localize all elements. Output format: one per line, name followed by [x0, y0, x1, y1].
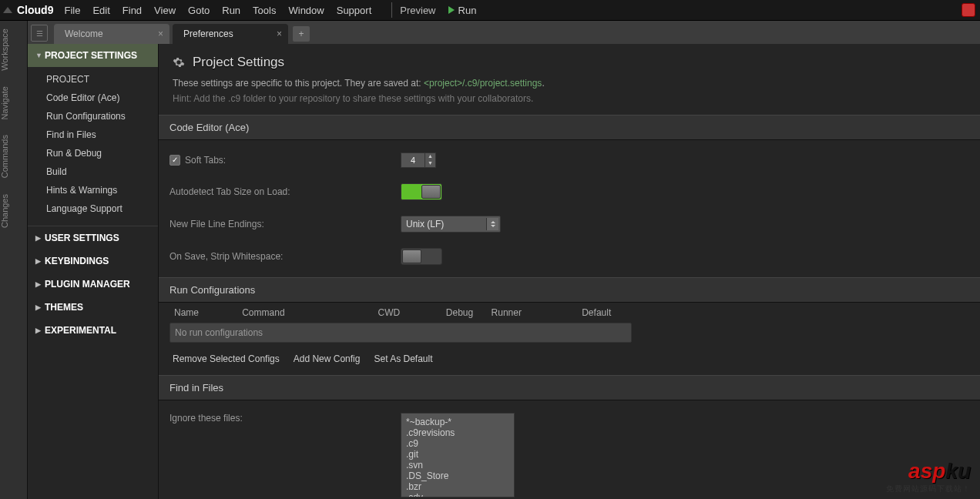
- tree-section-label: Themes: [45, 302, 83, 313]
- spin-buttons[interactable]: ▲▼: [425, 152, 436, 168]
- rc-col-default: Default: [582, 307, 627, 318]
- rc-col-debug: Debug: [446, 307, 492, 318]
- menu-find[interactable]: Find: [123, 5, 142, 16]
- soft-tabs-checkbox[interactable]: [169, 155, 180, 166]
- menu-tools[interactable]: Tools: [253, 5, 276, 16]
- autodetect-label: Autodetect Tab Size on Load:: [169, 186, 290, 197]
- run-label: Run: [458, 5, 477, 16]
- row-ignore-files: Ignore these files: *~backup-* .c9revisi…: [159, 405, 980, 499]
- row-autodetect: Autodetect Tab Size on Load:: [159, 176, 980, 208]
- preferences-area: ▼ Project Settings PROJECT Code Editor (…: [28, 44, 980, 499]
- menu-support[interactable]: Support: [337, 5, 372, 16]
- menu-edit[interactable]: Edit: [92, 5, 109, 16]
- leaf-hints[interactable]: Hints & Warnings: [28, 181, 158, 199]
- tree-section-label: User Settings: [45, 233, 119, 243]
- tree-project-settings-children: PROJECT Code Editor (Ace) Run Configurat…: [28, 67, 158, 226]
- page-title: Project Settings: [193, 55, 284, 70]
- caret-right-icon: ▶: [35, 234, 42, 242]
- leaf-code-editor[interactable]: Code Editor (Ace): [28, 89, 158, 107]
- dock-navigate[interactable]: Navigate: [0, 79, 28, 127]
- select-caret-icon: [486, 218, 498, 230]
- soft-tabs-label: Soft Tabs:: [185, 155, 226, 166]
- preferences-tree: ▼ Project Settings PROJECT Code Editor (…: [28, 44, 159, 499]
- rc-col-command: Command: [242, 307, 378, 318]
- dock-workspace[interactable]: Workspace: [0, 21, 28, 79]
- new-tab-button[interactable]: +: [293, 26, 310, 42]
- row-soft-tabs: Soft Tabs: ▲▼: [159, 145, 980, 176]
- autodetect-toggle[interactable]: [401, 183, 442, 200]
- code-editor-form: Soft Tabs: ▲▼ Autodetect Tab Size on Loa…: [159, 140, 980, 277]
- menubar-separator: [391, 2, 392, 18]
- leaf-project[interactable]: PROJECT: [28, 70, 158, 89]
- tree-user-settings[interactable]: ▶ User Settings: [28, 226, 158, 250]
- run-config-header: Name Command CWD Debug Runner Default: [169, 303, 632, 323]
- run-config-table: Name Command CWD Debug Runner Default No…: [169, 303, 632, 343]
- run-button[interactable]: Run: [448, 5, 477, 16]
- dock-changes[interactable]: Changes: [0, 186, 28, 236]
- menu-window[interactable]: Window: [288, 5, 324, 16]
- row-line-endings: New File Line Endings: Unix (LF): [159, 208, 980, 240]
- tab-welcome[interactable]: Welcome ×: [54, 24, 169, 44]
- preferences-content[interactable]: Project Settings These settings are spec…: [159, 44, 980, 499]
- left-dock: Workspace Navigate Commands Changes: [0, 21, 28, 499]
- tab-preferences[interactable]: Preferences ×: [173, 24, 288, 44]
- tab-list-icon[interactable]: ☰: [31, 25, 48, 42]
- leaf-build[interactable]: Build: [28, 162, 158, 181]
- tab-welcome-label: Welcome: [65, 28, 103, 39]
- soft-tabs-spinbox[interactable]: ▲▼: [401, 152, 436, 168]
- menubar: Cloud9 File Edit Find View Goto Run Tool…: [0, 0, 980, 21]
- leaf-run-debug[interactable]: Run & Debug: [28, 144, 158, 162]
- leaf-language[interactable]: Language Support: [28, 199, 158, 218]
- run-config-empty: No run configurations: [169, 323, 632, 343]
- tab-row: ☰ Welcome × Preferences × +: [28, 21, 980, 44]
- line-endings-value: Unix (LF): [406, 219, 444, 229]
- menu-file[interactable]: File: [64, 5, 80, 16]
- rc-col-cwd: CWD: [378, 307, 446, 318]
- strip-ws-label: On Save, Strip Whitespace:: [169, 251, 283, 262]
- close-icon[interactable]: ×: [277, 28, 282, 39]
- tree-project-settings[interactable]: ▼ Project Settings: [28, 44, 158, 67]
- tree-experimental[interactable]: ▶ Experimental: [28, 319, 158, 342]
- panel-toggle-icon[interactable]: [3, 7, 12, 13]
- rc-col-runner: Runner: [492, 307, 582, 318]
- page-description: These settings are specific to this proj…: [173, 78, 966, 89]
- tree-plugin-manager[interactable]: ▶ Plugin Manager: [28, 273, 158, 296]
- caret-right-icon: ▶: [35, 257, 42, 265]
- tree-themes[interactable]: ▶ Themes: [28, 296, 158, 319]
- section-run-configurations: Run Configurations: [159, 277, 980, 303]
- caret-right-icon: ▶: [35, 303, 42, 311]
- soft-tabs-input[interactable]: [401, 152, 425, 168]
- menu-goto[interactable]: Goto: [188, 5, 210, 16]
- add-new-config-button[interactable]: Add New Config: [294, 353, 361, 364]
- ignore-files-label: Ignore these files:: [169, 413, 243, 424]
- rc-col-name: Name: [174, 307, 242, 318]
- menu-view[interactable]: View: [154, 5, 176, 16]
- section-code-editor: Code Editor (Ace): [159, 115, 980, 140]
- bug-icon[interactable]: [962, 3, 975, 17]
- page-header: Project Settings These settings are spec…: [159, 44, 980, 115]
- set-as-default-button[interactable]: Set As Default: [374, 353, 432, 364]
- tree-section-label: Project Settings: [45, 50, 137, 61]
- preview-button[interactable]: Preview: [400, 5, 435, 16]
- close-icon[interactable]: ×: [158, 28, 163, 39]
- line-endings-select[interactable]: Unix (LF): [401, 216, 501, 233]
- section-find-in-files: Find in Files: [159, 375, 980, 400]
- caret-right-icon: ▶: [35, 280, 42, 288]
- play-icon: [448, 6, 455, 14]
- strip-ws-toggle[interactable]: [401, 248, 442, 265]
- leaf-find-in-files[interactable]: Find in Files: [28, 126, 158, 144]
- brand[interactable]: Cloud9: [17, 4, 53, 16]
- remove-selected-button[interactable]: Remove Selected Configs: [173, 353, 280, 364]
- caret-down-icon: ▼: [35, 52, 42, 59]
- leaf-run-config[interactable]: Run Configurations: [28, 107, 158, 126]
- settings-path: <project>/.c9/project.settings: [424, 78, 542, 89]
- line-endings-label: New File Line Endings:: [169, 219, 264, 229]
- menu-run[interactable]: Run: [222, 5, 240, 16]
- dock-commands[interactable]: Commands: [0, 127, 28, 186]
- tree-keybindings[interactable]: ▶ Keybindings: [28, 250, 158, 273]
- ignore-files-textarea[interactable]: *~backup-* .c9revisions .c9 .git .svn .D…: [401, 413, 515, 497]
- page-hint: Hint: Add the .c9 folder to your reposit…: [173, 93, 966, 104]
- row-strip-whitespace: On Save, Strip Whitespace:: [159, 240, 980, 273]
- gear-icon: [173, 56, 185, 69]
- tab-preferences-label: Preferences: [183, 28, 233, 39]
